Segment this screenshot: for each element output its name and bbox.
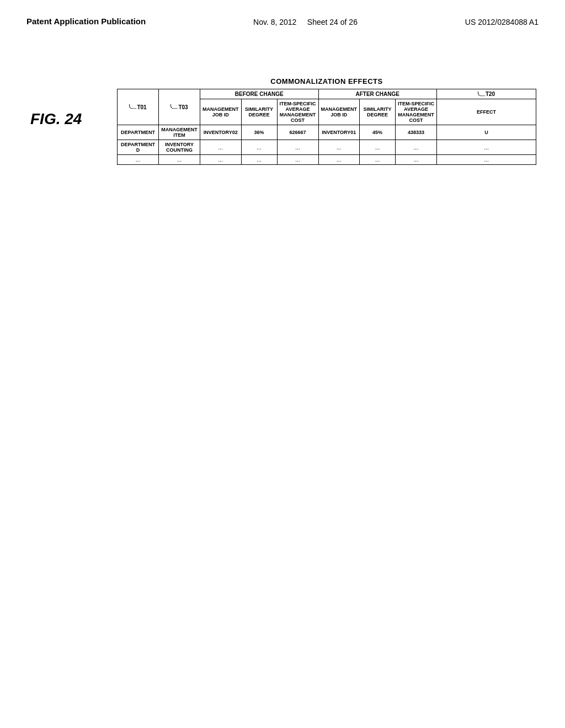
- header-row-labels: T01 T03 BEFORE CHANGE AFTER CHANGE: [118, 89, 536, 99]
- t03-header: T03: [159, 89, 200, 125]
- after-sim-header: SIMILARITYDEGREE: [360, 99, 396, 125]
- before-cost-header: ITEM-SPECIFICAVERAGEMANAGEMENTCOST: [277, 99, 318, 125]
- patent-number: US 2012/0284088 A1: [465, 15, 539, 26]
- before-job-id-header: MANAGEMENTJOB ID: [200, 99, 242, 125]
- publication-title: Patent Application Publication: [26, 15, 146, 28]
- effect-header: EFFECT: [437, 99, 536, 125]
- table-row-dots: ... ... ... ... ... ... ... ... ...: [118, 155, 536, 165]
- before-sim-header: SIMILARITYDEGREE: [241, 99, 277, 125]
- t20-effect-header: T20: [437, 89, 536, 99]
- table-row-header-labels: DEPARTMENT MANAGEMENTITEM INVENTORY02 36…: [118, 125, 536, 140]
- after-job-id-header: MANAGEMENTJOB ID: [318, 99, 360, 125]
- publication-date: Nov. 8, 2012: [253, 18, 296, 26]
- after-change-header: AFTER CHANGE: [318, 89, 437, 99]
- sheet-number: Sheet 24 of 26: [307, 18, 358, 26]
- table-row-dept-d: DEPARTMENT D INVENTORYCOUNTING ... ... .…: [118, 140, 536, 155]
- commonalization-table: T01 T03 BEFORE CHANGE AFTER CHANGE: [117, 89, 536, 165]
- t01-header: T01: [118, 89, 159, 125]
- table-title: COMMONALIZATION EFFECTS: [110, 77, 543, 85]
- figure-label: FIG. 24: [30, 110, 82, 128]
- after-cost-header: ITEM-SPECIFICAVERAGEMANAGEMENTCOST: [396, 99, 437, 125]
- before-change-header: BEFORE CHANGE: [200, 89, 319, 99]
